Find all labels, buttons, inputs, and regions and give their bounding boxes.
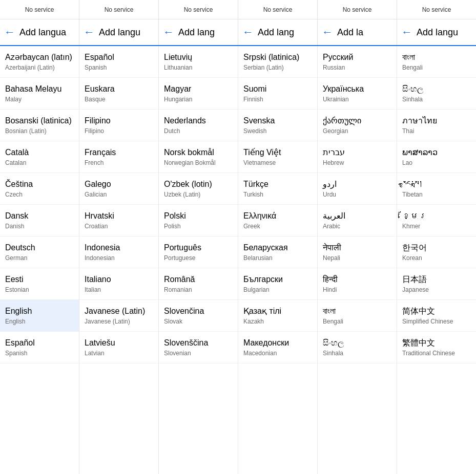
list-item[interactable]: 日本語Japanese	[397, 268, 476, 300]
list-item[interactable]: සිංහලSinhala	[318, 332, 397, 363]
list-item[interactable]: EestiEstonian	[0, 268, 79, 300]
lang-english-name: Bengali	[323, 318, 391, 325]
list-item[interactable]: MagyarHungarian	[159, 78, 238, 110]
back-arrow-4[interactable]: ←	[322, 26, 333, 39]
list-item[interactable]: Norsk bokmålNorwegian Bokmål	[159, 141, 238, 173]
lang-native-name: Norsk bokmål	[164, 147, 233, 158]
lang-english-name: Swedish	[243, 127, 312, 135]
list-item[interactable]: Bosanski (latinica)Bosnian (Latin)	[0, 110, 79, 141]
list-item[interactable]: GalegoGalician	[79, 173, 158, 205]
list-item[interactable]: Bahasa MelayuMalay	[0, 78, 79, 110]
list-item[interactable]: RomânăRomanian	[159, 268, 238, 300]
lang-native-name: རྒྱང་སྒྲ།	[402, 179, 471, 190]
list-item[interactable]: NederlandsDutch	[159, 110, 238, 141]
list-item[interactable]: हिन्दीHindi	[318, 268, 397, 300]
list-item[interactable]: FilipinoFilipino	[79, 110, 158, 141]
list-item[interactable]: বাংলাBengali	[318, 300, 397, 332]
lang-english-name: Spanish	[85, 64, 153, 71]
header-panel-2[interactable]: ←Add lang	[159, 19, 238, 45]
lang-native-name: Bahasa Melayu	[5, 84, 74, 95]
header-panel-5[interactable]: ←Add langu	[397, 19, 476, 45]
list-item[interactable]: SvenskaSwedish	[238, 110, 317, 141]
lang-english-name: English	[5, 318, 74, 325]
list-item[interactable]: 繁體中文Traditional Chinese	[397, 332, 476, 363]
list-item[interactable]: БеларускаяBelarusian	[238, 236, 317, 268]
lang-english-name: Danish	[5, 223, 74, 230]
back-arrow-0[interactable]: ←	[4, 26, 15, 39]
list-item[interactable]: EnglishEnglish	[0, 300, 79, 332]
list-item[interactable]: ČeštinaCzech	[0, 173, 79, 205]
lang-native-name: Dansk	[5, 211, 74, 222]
lang-native-name: עברית	[323, 147, 391, 158]
lang-english-name: Lao	[402, 159, 471, 166]
lang-english-name: Croatian	[85, 223, 153, 230]
list-item[interactable]: HrvatskiCroatian	[79, 205, 158, 236]
back-arrow-2[interactable]: ←	[163, 26, 174, 39]
header-panel-1[interactable]: ←Add langu	[79, 19, 159, 45]
lang-english-name: Greek	[243, 223, 312, 230]
list-item[interactable]: EspañolSpanish	[79, 46, 158, 78]
list-item[interactable]: עבריתHebrew	[318, 141, 397, 173]
list-item[interactable]: CatalàCatalan	[0, 141, 79, 173]
lang-native-name: Suomi	[243, 84, 312, 95]
lang-native-name: 繁體中文	[402, 338, 471, 349]
list-item[interactable]: ខ្មែរKhmer	[397, 205, 476, 236]
list-item[interactable]: PortuguêsPortuguese	[159, 236, 238, 268]
lang-native-name: Slovenščina	[164, 338, 233, 349]
list-item[interactable]: УкраїнськаUkrainian	[318, 78, 397, 110]
list-item[interactable]: FrançaisFrench	[79, 141, 158, 173]
list-item[interactable]: ພາສາລາວLao	[397, 141, 476, 173]
list-item[interactable]: МакедонскиMacedonian	[238, 332, 317, 363]
list-item[interactable]: বাংলাBengali	[397, 46, 476, 78]
list-item[interactable]: DanskDanish	[0, 205, 79, 236]
list-item[interactable]: Tiếng ViệtVietnamese	[238, 141, 317, 173]
lang-english-name: Arabic	[323, 223, 391, 230]
list-item[interactable]: EuskaraBasque	[79, 78, 158, 110]
lang-english-name: Urdu	[323, 191, 391, 198]
header-panel-4[interactable]: ←Add la	[318, 19, 397, 45]
list-item[interactable]: اردوUrdu	[318, 173, 397, 205]
list-item[interactable]: සිංහලSinhala	[397, 78, 476, 110]
lang-native-name: العربية	[323, 211, 391, 222]
list-item[interactable]: Қазақ тіліKazakh	[238, 300, 317, 332]
list-item[interactable]: नेपालीNepali	[318, 236, 397, 268]
lang-native-name: Javanese (Latin)	[85, 306, 153, 317]
list-item[interactable]: O'zbek (lotin)Uzbek (Latin)	[159, 173, 238, 205]
lang-native-name: Tiếng Việt	[243, 147, 312, 158]
list-item[interactable]: SlovenčinaSlovak	[159, 300, 238, 332]
back-arrow-3[interactable]: ←	[242, 26, 254, 39]
lang-native-name: ພາສາລາວ	[402, 147, 471, 158]
list-item[interactable]: 한국어Korean	[397, 236, 476, 268]
list-item[interactable]: ภาษาไทยThai	[397, 110, 476, 141]
list-item[interactable]: БългарскиBulgarian	[238, 268, 317, 300]
list-item[interactable]: العربيةArabic	[318, 205, 397, 236]
list-item[interactable]: རྒྱང་སྒྲ།Tibetan	[397, 173, 476, 205]
list-item[interactable]: SlovenščinaSlovenian	[159, 332, 238, 363]
list-item[interactable]: DeutschGerman	[0, 236, 79, 268]
lang-english-name: Indonesian	[85, 254, 153, 262]
lang-english-name: Russian	[323, 64, 391, 71]
list-item[interactable]: ΕλληνικάGreek	[238, 205, 317, 236]
header-panel-0[interactable]: ←Add langua	[0, 19, 79, 45]
list-item[interactable]: PolskiPolish	[159, 205, 238, 236]
lang-native-name: සිංහල	[402, 84, 471, 95]
list-item[interactable]: SuomiFinnish	[238, 78, 317, 110]
header-panel-3[interactable]: ←Add lang	[238, 19, 318, 45]
list-item[interactable]: IndonesiaIndonesian	[79, 236, 158, 268]
lang-native-name: 日本語	[402, 274, 471, 285]
list-item[interactable]: 简体中文Simplified Chinese	[397, 300, 476, 332]
list-item[interactable]: Azərbaycan (latın)Azerbaijani (Latin)	[0, 46, 79, 78]
list-item[interactable]: TürkçeTurkish	[238, 173, 317, 205]
back-arrow-1[interactable]: ←	[84, 26, 95, 39]
list-item[interactable]: РусскийRussian	[318, 46, 397, 78]
list-item[interactable]: Javanese (Latin)Javanese (Latin)	[79, 300, 158, 332]
list-item[interactable]: LatviešuLatvian	[79, 332, 158, 363]
list-item[interactable]: ქართულიGeorgian	[318, 110, 397, 141]
list-item[interactable]: LietuviųLithuanian	[159, 46, 238, 78]
lang-native-name: Ελληνικά	[243, 211, 312, 222]
back-arrow-5[interactable]: ←	[401, 26, 412, 39]
list-item[interactable]: Srpski (latinica)Serbian (Latin)	[238, 46, 317, 78]
list-item[interactable]: ItalianoItalian	[79, 268, 158, 300]
header-title-1: Add langu	[99, 27, 140, 38]
list-item[interactable]: EspañolSpanish	[0, 332, 79, 363]
